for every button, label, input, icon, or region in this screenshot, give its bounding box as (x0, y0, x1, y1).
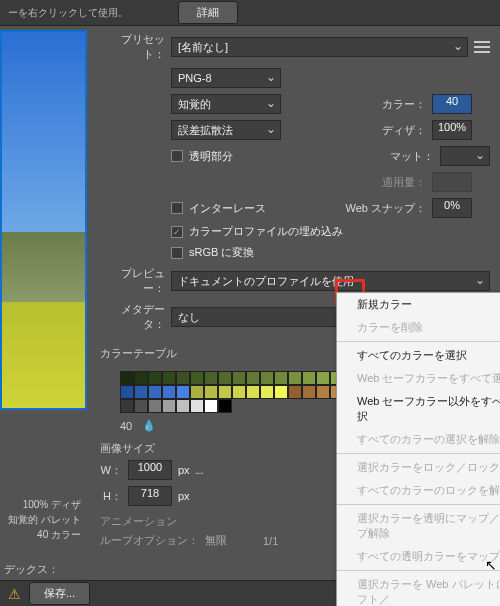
index-label: デックス： (0, 562, 87, 577)
transparency-checkbox[interactable] (171, 150, 183, 162)
color-swatch[interactable] (120, 399, 134, 413)
websnap-label: Web スナップ： (346, 201, 426, 216)
panel-menu-icon[interactable] (474, 40, 490, 54)
dither-word: ディザ： (382, 123, 426, 138)
color-count-input[interactable]: 40 (432, 94, 472, 114)
color-swatch[interactable] (246, 371, 260, 385)
color-swatch[interactable] (204, 399, 218, 413)
menu-select-all[interactable]: すべてのカラーを選択 (337, 344, 500, 367)
width-label: W： (100, 463, 122, 478)
color-swatch[interactable] (120, 371, 134, 385)
color-swatch[interactable] (190, 399, 204, 413)
color-swatch[interactable] (176, 399, 190, 413)
color-swatch[interactable] (148, 399, 162, 413)
color-swatch[interactable] (260, 385, 274, 399)
color-swatch[interactable] (120, 385, 134, 399)
color-swatch[interactable] (190, 385, 204, 399)
preview-label: プレビュー： (100, 266, 165, 296)
warning-icon: ⚠ (8, 586, 21, 602)
color-table[interactable] (120, 371, 345, 413)
color-swatch[interactable] (176, 385, 190, 399)
height-input[interactable]: 718 (128, 486, 172, 506)
menu-lock: 選択カラーをロック／ロック解除 (337, 456, 500, 479)
menu-deselect: すべてのカラーの選択を解除 (337, 428, 500, 451)
dither-select[interactable]: 誤差拡散法 (171, 120, 281, 140)
menu-delete-color: カラーを削除 (337, 316, 500, 339)
transparency-label: 透明部分 (189, 149, 233, 164)
color-swatch[interactable] (302, 371, 316, 385)
algorithm-select[interactable]: 知覚的 (171, 94, 281, 114)
menu-select-websafe: Web セーフカラーをすべて選択 (337, 367, 500, 390)
color-swatch[interactable] (190, 371, 204, 385)
color-swatch[interactable] (218, 399, 232, 413)
height-label: H： (100, 489, 122, 504)
color-count: 40 (120, 420, 132, 432)
colortable-context-menu: 新規カラー カラーを削除 すべてのカラーを選択 Web セーフカラーをすべて選択… (336, 292, 500, 606)
menu-new-color[interactable]: 新規カラー (337, 293, 500, 316)
preview-info: 100% ディザ 知覚的 パレット 40 カラー (0, 497, 87, 542)
color-swatch[interactable] (134, 399, 148, 413)
color-swatch[interactable] (274, 385, 288, 399)
menu-select-nonweb[interactable]: Web セーフカラー以外をすべて選択 (337, 390, 500, 428)
color-swatch[interactable] (134, 385, 148, 399)
detail-button[interactable]: 詳細 (178, 1, 238, 24)
color-swatch[interactable] (316, 385, 330, 399)
color-swatch[interactable] (204, 385, 218, 399)
dither-input[interactable]: 100% (432, 120, 472, 140)
color-swatch[interactable] (148, 385, 162, 399)
color-swatch[interactable] (218, 371, 232, 385)
embed-profile-checkbox[interactable] (171, 226, 183, 238)
color-swatch[interactable] (288, 385, 302, 399)
color-swatch[interactable] (274, 371, 288, 385)
colortable-label: カラーテーブル (100, 346, 177, 361)
preview-select[interactable]: ドキュメントのプロファイルを使用 (171, 271, 490, 291)
eyedropper-icon[interactable]: 💧 (142, 419, 156, 433)
preset-label: プリセット： (100, 32, 165, 62)
websnap-input[interactable]: 0% (432, 198, 472, 218)
color-swatch[interactable] (148, 371, 162, 385)
interlace-checkbox[interactable] (171, 202, 183, 214)
color-swatch[interactable] (260, 371, 274, 385)
amount-input (432, 172, 472, 192)
color-swatch[interactable] (218, 385, 232, 399)
color-swatch[interactable] (162, 399, 176, 413)
srgb-label: sRGB に変換 (189, 245, 254, 260)
loop-label: ループオプション： (100, 533, 199, 548)
color-swatch[interactable] (288, 371, 302, 385)
color-swatch[interactable] (232, 385, 246, 399)
width-input[interactable]: 1000 (128, 460, 172, 480)
srgb-checkbox[interactable] (171, 247, 183, 259)
menu-unlock-all: すべてのカラーのロックを解除 (337, 479, 500, 502)
color-swatch[interactable] (162, 385, 176, 399)
color-swatch[interactable] (176, 371, 190, 385)
menu-map-trans: 選択カラーを透明にマップ／マップ解除 (337, 507, 500, 545)
menu-shift-web: 選択カラーを Web パレットにシフト／ (337, 573, 500, 606)
color-swatch[interactable] (246, 385, 260, 399)
color-label: カラー： (382, 97, 426, 112)
frame-indicator: 1/1 (263, 535, 278, 547)
menu-unmap-all: すべての透明カラーをマップ解除 (337, 545, 500, 568)
interlace-label: インターレース (189, 201, 266, 216)
color-swatch[interactable] (162, 371, 176, 385)
format-select[interactable]: PNG-8 (171, 68, 281, 88)
color-swatch[interactable] (204, 371, 218, 385)
save-button[interactable]: 保存... (29, 582, 90, 605)
color-swatch[interactable] (302, 385, 316, 399)
matte-label: マット： (390, 149, 434, 164)
color-swatch[interactable] (134, 371, 148, 385)
metadata-label: メタデータ： (100, 302, 165, 332)
preview-image (0, 30, 87, 410)
matte-select[interactable] (440, 146, 490, 166)
embed-profile-label: カラープロファイルの埋め込み (189, 224, 343, 239)
preset-select[interactable]: [名前なし] (171, 37, 468, 57)
color-swatch[interactable] (232, 371, 246, 385)
amount-label: 適用量： (382, 175, 426, 190)
top-hint: ーを右クリックして使用。 (8, 6, 128, 20)
color-swatch[interactable] (316, 371, 330, 385)
